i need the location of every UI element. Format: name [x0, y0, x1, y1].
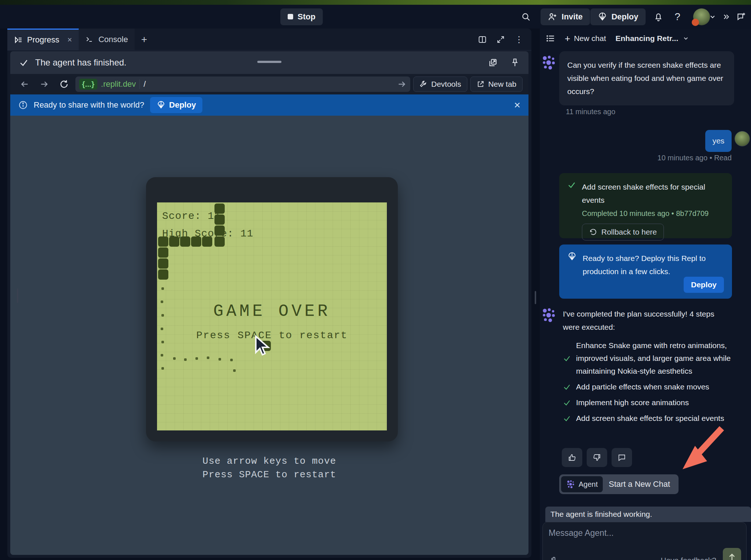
particle [184, 358, 187, 361]
invite-icon [548, 12, 557, 22]
snake-segment [202, 236, 212, 247]
user-message: yes [705, 130, 732, 152]
back-icon[interactable] [16, 76, 33, 93]
chat-header: + New chat Enhancing Retr... [540, 29, 751, 48]
plan-step-text: Enhance Snake game with retro animations… [576, 339, 735, 377]
agent-chat-panel: + New chat Enhancing Retr... Can you ver… [540, 29, 751, 560]
search-icon[interactable] [518, 8, 534, 25]
chat-title-dropdown[interactable]: Enhancing Retr... [616, 34, 690, 43]
url-path: / [143, 79, 146, 89]
particle [195, 357, 198, 360]
new-chat-button[interactable]: + New chat [565, 33, 606, 44]
deploy-button[interactable]: Deploy [590, 8, 646, 25]
url-host: .replit.dev [101, 79, 136, 89]
user-message-meta: 10 minutes ago • Read [540, 154, 732, 162]
rollback-button[interactable]: Rollback to here [582, 224, 664, 240]
left-resize-handle[interactable] [17, 288, 18, 303]
thumbs-down-button[interactable] [587, 448, 607, 467]
snake-segment [169, 236, 179, 247]
thumbs-up-button[interactable] [562, 448, 582, 467]
tab-close-icon[interactable]: × [67, 35, 72, 45]
go-icon[interactable] [397, 79, 407, 89]
avatar-badge [692, 19, 699, 26]
tab-console[interactable]: Console [79, 29, 135, 50]
agent-message: Can you verify if the screen shake effec… [559, 51, 734, 105]
game-phone-frame: Score: 11 High Score: 11 [146, 177, 398, 441]
devtools-button[interactable]: Devtools [413, 76, 467, 92]
snake-segment [214, 236, 225, 247]
plus-icon: + [565, 33, 570, 44]
agent-avatar-icon [541, 55, 556, 70]
split-view-icon[interactable] [478, 35, 487, 44]
tabstrip-actions: ⋮ [478, 29, 531, 50]
external-link-icon [477, 80, 485, 88]
url-divider [139, 79, 140, 89]
start-new-chat-label: Start a New Chat [609, 479, 677, 489]
url-bar[interactable]: {...} .replit.dev / [75, 76, 410, 92]
message-agent-input[interactable]: Message Agent... [549, 528, 740, 538]
new-tab-button[interactable]: New tab [470, 76, 523, 92]
pin-icon[interactable] [510, 58, 520, 67]
help-line-2: Press SPACE to restart [10, 469, 528, 480]
deploy-card-button[interactable]: Deploy [684, 277, 724, 293]
snake-segment [214, 204, 225, 214]
new-tab-label: New tab [488, 80, 516, 89]
start-new-chat-button[interactable]: Agent Start a New Chat [559, 474, 679, 494]
agent-logo-icon [566, 480, 575, 489]
top-bar: Stop Invite Deploy ? [0, 5, 751, 29]
tab-progress[interactable]: Progress × [7, 29, 79, 50]
plan-step-text: Add screen shake effects for special eve… [576, 412, 735, 425]
stop-button[interactable]: Stop [280, 8, 323, 25]
snake-segment [214, 214, 225, 225]
mouse-cursor [253, 335, 272, 356]
chat-list-icon[interactable] [546, 34, 555, 43]
panel-resize-handle[interactable] [535, 291, 536, 304]
message-composer[interactable]: Message Agent... Have feedback? [542, 522, 747, 560]
snake-segment [158, 269, 168, 280]
forward-icon[interactable] [36, 76, 53, 93]
have-feedback-link[interactable]: Have feedback? [661, 556, 716, 560]
check-icon [563, 414, 571, 422]
devtools-label: Devtools [431, 80, 461, 89]
open-external-icon[interactable] [488, 58, 498, 67]
snake-segment [158, 247, 168, 258]
kebab-menu-icon[interactable]: ⋮ [515, 34, 523, 45]
particle [173, 357, 176, 360]
send-button[interactable] [723, 548, 741, 560]
agent-finished-text: The agent has finished. [35, 57, 127, 68]
comment-button[interactable] [612, 448, 632, 467]
banner-deploy-button[interactable]: Deploy [150, 97, 202, 113]
expand-icon[interactable] [496, 35, 505, 44]
deploy-parachute-icon [157, 101, 165, 109]
refresh-icon[interactable] [56, 76, 72, 93]
url-env-badge: {...} [79, 79, 97, 90]
check-icon [563, 354, 571, 362]
plan-step: Add screen shake effects for special eve… [563, 412, 735, 425]
drag-handle[interactable] [257, 61, 281, 63]
notifications-bell-icon[interactable] [650, 8, 667, 25]
agent-avatar-icon [541, 307, 556, 323]
help-icon[interactable]: ? [669, 8, 686, 25]
banner-close-icon[interactable]: × [514, 99, 520, 111]
new-tab-plus-button[interactable]: + [135, 29, 154, 50]
chat-plus-icon[interactable] [733, 8, 750, 25]
attachment-paperclip-icon[interactable] [549, 556, 558, 560]
stop-icon [288, 14, 293, 19]
banner-deploy-label: Deploy [169, 100, 196, 110]
workspace-left-pane: Progress × Console + ⋮ The agent has fin… [7, 29, 531, 558]
particle [161, 287, 164, 290]
message-timestamp: 11 minutes ago [566, 108, 615, 116]
agent-finished-bar: The agent has finished. [10, 51, 528, 74]
snake-segment [180, 236, 190, 247]
banner-text: Ready to share with the world? [34, 100, 144, 110]
invite-button[interactable]: Invite [541, 8, 590, 25]
deploy-card: Ready to share? Deploy this Repl to prod… [559, 244, 732, 299]
plan-message: I've completed the plan successfully! 4 … [563, 307, 735, 425]
chat-title: Enhancing Retr... [616, 34, 679, 43]
snake-game-screen[interactable]: Score: 11 High Score: 11 [157, 202, 387, 430]
deploy-label: Deploy [612, 12, 638, 22]
particle [233, 369, 236, 372]
particle [161, 354, 163, 356]
snake-segment [158, 236, 168, 247]
plan-step-text: Implement high score animations [576, 396, 735, 409]
